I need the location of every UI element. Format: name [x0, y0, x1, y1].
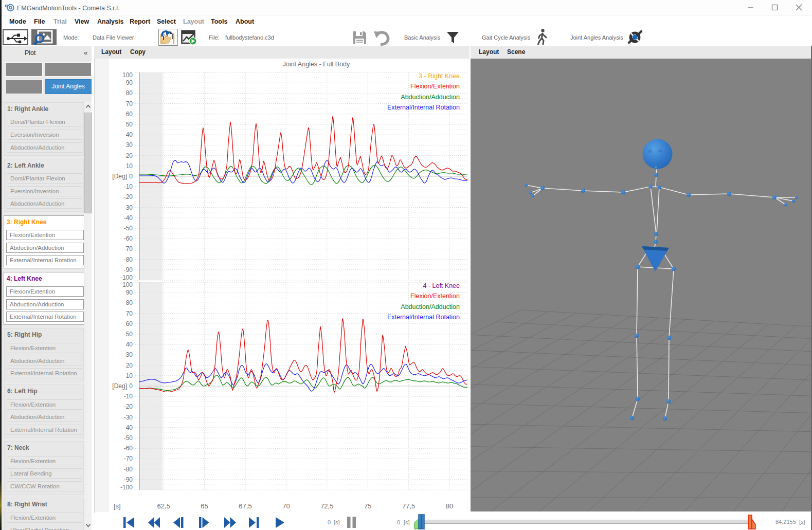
- svg-text:20: 20: [126, 362, 133, 369]
- svg-text:-10: -10: [124, 393, 133, 400]
- svg-text:100: 100: [122, 281, 133, 288]
- svg-text:10: 10: [126, 162, 133, 170]
- svg-text:External/Internal Rotation: External/Internal Rotation: [387, 104, 460, 111]
- svg-text:[s]: [s]: [404, 519, 410, 525]
- svg-text:84,2155: 84,2155: [775, 519, 796, 525]
- svg-text:-60: -60: [124, 235, 133, 242]
- svg-text:0: 0: [328, 519, 331, 525]
- svg-text:90: 90: [126, 79, 133, 86]
- svg-text:40: 40: [126, 131, 133, 138]
- svg-text:70: 70: [282, 502, 290, 510]
- svg-text:70: 70: [126, 310, 133, 317]
- svg-text:-100: -100: [120, 484, 133, 491]
- svg-text:-20: -20: [124, 193, 133, 200]
- svg-text:100: 100: [122, 71, 133, 79]
- svg-text:10: 10: [126, 372, 133, 379]
- svg-text:Joint Angles - Full Body: Joint Angles - Full Body: [283, 61, 350, 68]
- svg-text:-30: -30: [124, 414, 133, 421]
- svg-text:-10: -10: [124, 183, 133, 190]
- svg-text:20: 20: [126, 152, 133, 159]
- svg-text:40: 40: [126, 341, 133, 348]
- svg-text:50: 50: [126, 121, 133, 128]
- svg-text:-40: -40: [124, 424, 133, 431]
- svg-text:Abduction/Adduction: Abduction/Adduction: [401, 303, 460, 310]
- svg-text:4 - Left Knee: 4 - Left Knee: [423, 282, 460, 289]
- svg-text:Flexion/Extention: Flexion/Extention: [410, 83, 460, 90]
- svg-text:0: 0: [397, 519, 400, 525]
- svg-text:60: 60: [126, 111, 133, 118]
- svg-text:Abduction/Adduction: Abduction/Adduction: [401, 94, 460, 101]
- svg-text:30: 30: [126, 141, 133, 149]
- svg-text:90: 90: [126, 289, 133, 296]
- svg-text:65: 65: [201, 502, 208, 510]
- svg-text:-90: -90: [124, 476, 133, 483]
- svg-text:-20: -20: [124, 403, 133, 410]
- svg-text:-60: -60: [124, 445, 133, 452]
- svg-text:Flexion/Extention: Flexion/Extention: [410, 293, 460, 300]
- svg-text:62,5: 62,5: [157, 502, 170, 510]
- svg-text:80: 80: [126, 299, 133, 306]
- svg-text:-30: -30: [124, 204, 133, 211]
- svg-text:External/Internal Rotation: External/Internal Rotation: [387, 314, 460, 321]
- svg-text:[s]: [s]: [114, 502, 121, 510]
- svg-text:60: 60: [126, 320, 133, 327]
- svg-text:0: 0: [129, 173, 133, 180]
- svg-text:-80: -80: [124, 256, 133, 263]
- svg-text:[Deg]: [Deg]: [112, 173, 127, 180]
- svg-text:0: 0: [129, 382, 133, 390]
- svg-text:[s]: [s]: [799, 519, 805, 525]
- svg-text:67,5: 67,5: [239, 502, 251, 510]
- svg-text:[Deg]: [Deg]: [112, 382, 127, 390]
- svg-text:-70: -70: [124, 455, 133, 462]
- svg-text:80: 80: [446, 502, 453, 510]
- svg-text:3 - Right Knee: 3 - Right Knee: [419, 72, 460, 80]
- svg-text:30: 30: [126, 351, 133, 358]
- svg-text:77,5: 77,5: [402, 502, 415, 510]
- svg-text:-70: -70: [124, 245, 133, 252]
- svg-text:-100: -100: [120, 274, 133, 281]
- svg-text:75: 75: [364, 502, 371, 510]
- svg-text:-50: -50: [124, 434, 133, 442]
- svg-text:-50: -50: [124, 225, 133, 232]
- svg-text:72,5: 72,5: [320, 502, 333, 510]
- svg-text:50: 50: [126, 331, 133, 338]
- svg-text:70: 70: [126, 100, 133, 107]
- svg-text:[s]: [s]: [334, 519, 340, 525]
- svg-text:80: 80: [126, 89, 133, 97]
- svg-text:-40: -40: [124, 214, 133, 222]
- svg-text:-90: -90: [124, 266, 133, 273]
- svg-text:-80: -80: [124, 466, 133, 473]
